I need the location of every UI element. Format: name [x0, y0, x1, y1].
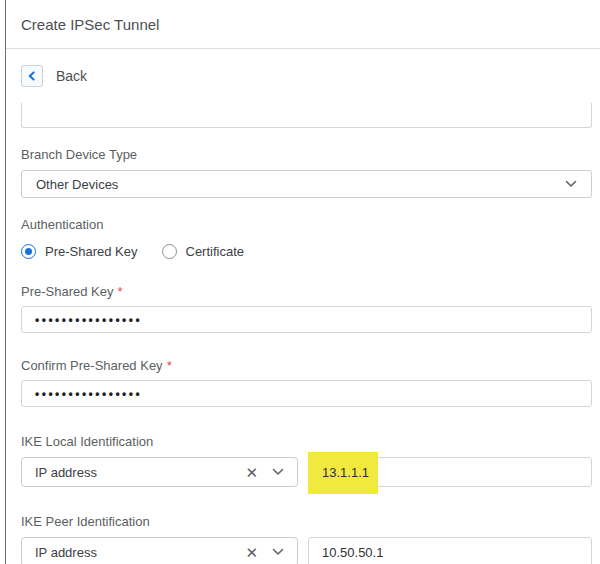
- branch-device-type-label: Branch Device Type: [21, 147, 592, 162]
- clear-icon[interactable]: ✕: [245, 545, 258, 560]
- confirm-pre-shared-key-label: Confirm Pre-Shared Key*: [21, 358, 592, 373]
- authentication-radio-group: Pre-Shared Key Certificate: [21, 244, 592, 259]
- radio-option-pre-shared-key[interactable]: Pre-Shared Key: [21, 244, 138, 259]
- pre-shared-key-input[interactable]: ••••••••••••••••: [21, 306, 592, 333]
- chevron-down-icon: [565, 180, 577, 188]
- radio-unselected-icon[interactable]: [162, 244, 177, 259]
- scrolled-cropped-input[interactable]: [21, 103, 592, 128]
- chevron-down-icon[interactable]: [272, 468, 284, 476]
- ike-local-type-select[interactable]: IP address ✕: [21, 457, 298, 487]
- chevron-down-icon[interactable]: [272, 548, 284, 556]
- masked-password-value: ••••••••••••••••: [35, 314, 142, 326]
- ike-peer-type-value: IP address: [35, 545, 245, 560]
- required-asterisk: *: [167, 358, 172, 373]
- pre-shared-key-label: Pre-Shared Key*: [21, 284, 592, 299]
- back-button[interactable]: [21, 65, 43, 87]
- ike-peer-identification-label: IKE Peer Identification: [21, 514, 592, 529]
- radio-label: Pre-Shared Key: [45, 244, 138, 259]
- required-asterisk: *: [118, 284, 123, 299]
- chevron-left-icon: [27, 71, 37, 81]
- panel-header: Create IPSec Tunnel: [6, 0, 600, 49]
- page-title: Create IPSec Tunnel: [21, 16, 159, 33]
- create-ipsec-tunnel-panel: Create IPSec Tunnel Back Branch Device T…: [5, 0, 600, 564]
- clear-icon[interactable]: ✕: [245, 465, 258, 480]
- back-label[interactable]: Back: [56, 68, 87, 84]
- ike-local-type-value: IP address: [35, 465, 245, 480]
- authentication-label: Authentication: [21, 217, 592, 232]
- radio-selected-icon[interactable]: [21, 244, 36, 259]
- ike-peer-type-select[interactable]: IP address ✕: [21, 537, 298, 564]
- branch-device-type-select[interactable]: Other Devices: [21, 170, 592, 198]
- back-row: Back: [21, 65, 592, 87]
- form-content: Back Branch Device Type Other Devices Au…: [6, 65, 600, 564]
- confirm-pre-shared-key-input[interactable]: ••••••••••••••••: [21, 380, 592, 407]
- ike-local-value-input[interactable]: 13.1.1.1: [308, 457, 592, 487]
- ike-peer-value-input[interactable]: 10.50.50.1: [308, 537, 592, 564]
- branch-device-type-value: Other Devices: [36, 177, 118, 192]
- radio-label: Certificate: [186, 244, 245, 259]
- radio-option-certificate[interactable]: Certificate: [162, 244, 245, 259]
- ike-local-identification-row: IP address ✕ 13.1.1.1: [21, 457, 592, 487]
- masked-password-value: ••••••••••••••••: [35, 388, 142, 400]
- ike-peer-identification-row: IP address ✕ 10.50.50.1: [21, 537, 592, 564]
- ike-local-value: 13.1.1.1: [322, 465, 369, 480]
- ike-peer-value: 10.50.50.1: [322, 545, 383, 560]
- ike-local-identification-label: IKE Local Identification: [21, 434, 592, 449]
